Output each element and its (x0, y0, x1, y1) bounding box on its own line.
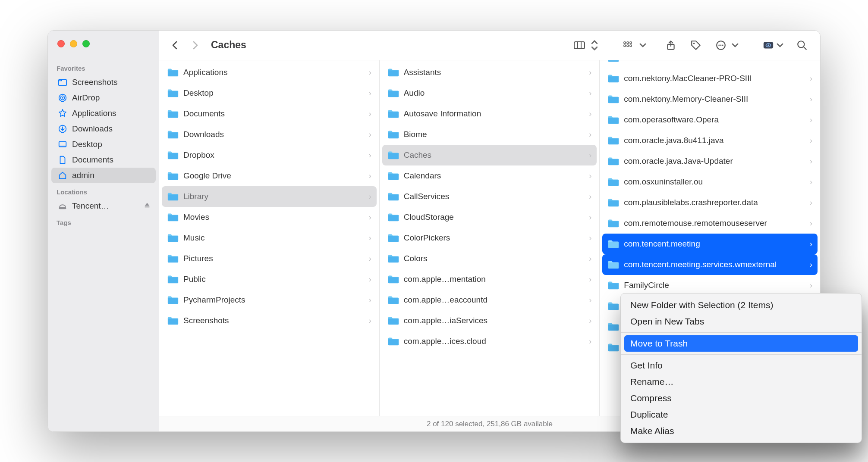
context-menu-item[interactable]: Duplicate (621, 406, 862, 423)
folder-row[interactable]: com.tencent.meeting.services.wmexternal› (602, 254, 818, 275)
folder-row[interactable]: Colors› (382, 248, 597, 269)
share-button[interactable] (661, 36, 680, 55)
folder-row[interactable]: Biome› (382, 124, 597, 145)
folder-row[interactable]: com.apple…iaServices› (382, 310, 597, 331)
folder-row[interactable]: Screenshots› (162, 310, 377, 331)
back-button[interactable] (166, 37, 183, 54)
folder-label: com.operasoftware.Opera (624, 115, 805, 125)
folder-row[interactable]: com.apple…ices.cloud› (382, 331, 597, 352)
sidebar-item-tencent-disk[interactable]: Tencent… (51, 198, 156, 214)
folder-label: FamilyCircle (624, 281, 805, 290)
applications-icon (57, 108, 68, 119)
folder-row[interactable]: com.osxuninstaller.ou› (602, 172, 818, 192)
minimize-window-button[interactable] (70, 40, 77, 47)
sidebar-item-desktop[interactable]: Desktop (51, 137, 156, 152)
sidebar-item-documents[interactable]: Documents (51, 152, 156, 168)
chevron-right-icon: › (589, 68, 591, 77)
eject-icon[interactable] (144, 201, 151, 211)
context-menu-separator (621, 332, 862, 333)
folder-row[interactable]: Dropbox› (162, 145, 377, 165)
folder-row[interactable]: com.oracle.java.8u411.java› (602, 130, 818, 151)
action-menu-button[interactable] (711, 36, 730, 55)
group-by-dropdown[interactable] (639, 36, 647, 55)
status-text: 2 of 120 selected, 251,86 GB available (427, 420, 553, 428)
folder-row[interactable]: Google Drive› (162, 165, 377, 186)
folder-row[interactable]: Assistants› (382, 62, 597, 83)
folder-label: Colors (404, 254, 585, 263)
svg-rect-8 (574, 42, 585, 49)
column-1[interactable]: Applications›Desktop›Documents›Downloads… (159, 60, 380, 416)
quicklook-dropdown[interactable] (776, 36, 784, 55)
folder-row[interactable]: com.oracle.java.Java-Updater› (602, 151, 818, 172)
chevron-right-icon: › (369, 275, 371, 284)
folder-icon (387, 150, 399, 160)
folder-row[interactable]: Caches› (382, 145, 597, 165)
folder-row[interactable]: com.tencent.meeting› (602, 234, 818, 254)
column-2[interactable]: Assistants›Audio›Autosave Information›Bi… (380, 60, 600, 416)
folder-row[interactable]: Applications› (162, 62, 377, 83)
tags-button[interactable] (686, 36, 705, 55)
home-icon (57, 170, 68, 181)
sidebar-item-airdrop[interactable]: AirDrop (51, 90, 156, 106)
sidebar-item-label: Applications (72, 109, 116, 118)
chevron-right-icon: › (810, 157, 812, 166)
folder-row[interactable]: Documents› (162, 103, 377, 124)
folder-row[interactable]: CloudStorage› (382, 207, 597, 228)
forward-button[interactable] (187, 37, 204, 54)
folder-label: Desktop (183, 88, 365, 98)
folder-icon (167, 274, 179, 284)
folder-row[interactable]: com.apple…eaccountd› (382, 290, 597, 310)
context-menu-item[interactable]: Open in New Tabs (621, 313, 862, 330)
folder-label: Downloads (183, 130, 365, 139)
folder-icon (607, 342, 620, 353)
folder-icon (387, 171, 399, 181)
folder-icon (607, 322, 620, 332)
folder-row[interactable]: Audio› (382, 83, 597, 103)
action-menu-dropdown[interactable] (731, 36, 739, 55)
folder-row[interactable]: Downloads› (162, 124, 377, 145)
context-menu-item[interactable]: Rename… (621, 374, 862, 390)
folder-row[interactable]: Public› (162, 269, 377, 290)
search-button[interactable] (793, 36, 811, 55)
folder-row[interactable]: Movies› (162, 207, 377, 228)
group-by-button[interactable] (619, 36, 638, 55)
context-menu-item[interactable]: Move to Trash (624, 335, 858, 352)
folder-row[interactable]: com.remotemouse.remotemouseserver› (602, 213, 818, 234)
folder-row[interactable]: Calendars› (382, 165, 597, 186)
folder-row[interactable]: Pictures› (162, 248, 377, 269)
folder-row[interactable]: Autosave Information› (382, 103, 597, 124)
folder-row[interactable]: Music› (162, 228, 377, 248)
sidebar-item-screenshots[interactable]: Screenshots (51, 75, 156, 90)
folder-label: Pictures (183, 254, 365, 263)
sidebar-item-downloads[interactable]: Downloads (51, 121, 156, 137)
context-menu-item[interactable]: Compress (621, 390, 862, 406)
folder-row[interactable]: ColorPickers› (382, 228, 597, 248)
context-menu[interactable]: New Folder with Selection (2 Items)Open … (620, 293, 862, 443)
folder-row[interactable]: Library› (162, 186, 377, 207)
context-menu-item[interactable]: Get Info (621, 357, 862, 374)
folder-row[interactable]: com.operasoftware.Opera› (602, 109, 818, 130)
fullscreen-window-button[interactable] (82, 40, 90, 47)
folder-row[interactable]: com.nektony.Memory-Cleaner-SIII› (602, 89, 818, 109)
context-menu-item[interactable]: Make Alias (621, 423, 862, 439)
sidebar-item-applications[interactable]: Applications (51, 106, 156, 121)
folder-icon (607, 280, 620, 290)
folder-row[interactable]: CallServices› (382, 186, 597, 207)
document-icon (57, 155, 68, 165)
context-menu-item[interactable]: New Folder with Selection (2 Items) (621, 297, 862, 313)
sidebar-item-admin[interactable]: admin (51, 168, 156, 183)
folder-row[interactable]: com.plausiblelabs.crashreporter.data› (602, 192, 818, 213)
folder-row[interactable]: Desktop› (162, 83, 377, 103)
close-window-button[interactable] (57, 40, 65, 47)
folder-row[interactable]: FamilyCircle› (602, 275, 818, 296)
folder-label: com.apple…iaServices (404, 316, 585, 325)
sidebar-item-label: Tencent… (72, 201, 109, 211)
folder-row[interactable]: PycharmProjects› (162, 290, 377, 310)
view-options-dropdown[interactable] (590, 36, 599, 55)
folder-row[interactable]: › (602, 60, 818, 68)
svg-rect-16 (630, 45, 632, 47)
view-columns-button[interactable] (570, 36, 589, 55)
quicklook-button[interactable] (759, 36, 778, 55)
folder-row[interactable]: com.apple…mentation› (382, 269, 597, 290)
folder-row[interactable]: com.nektony.MacCleaner-PRO-SIII› (602, 68, 818, 89)
